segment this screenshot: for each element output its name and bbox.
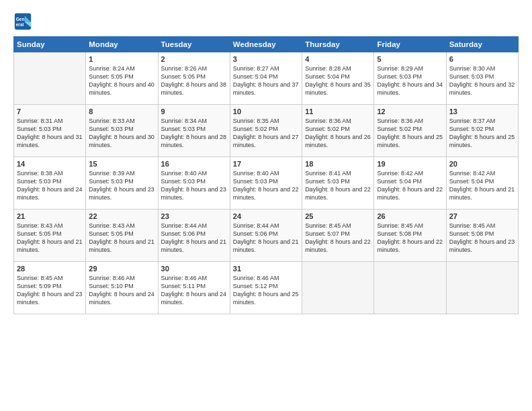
day-number: 16 bbox=[161, 160, 227, 168]
logo: Gen eral bbox=[13, 12, 34, 31]
day-number: 17 bbox=[233, 160, 299, 168]
calendar-cell: 12Sunrise: 8:36 AMSunset: 5:02 PMDayligh… bbox=[374, 105, 446, 157]
day-number: 2 bbox=[161, 55, 227, 63]
day-number: 30 bbox=[161, 265, 227, 273]
calendar-cell: 23Sunrise: 8:44 AMSunset: 5:06 PMDayligh… bbox=[158, 210, 230, 262]
calendar-body: 1Sunrise: 8:24 AMSunset: 5:05 PMDaylight… bbox=[14, 52, 519, 314]
day-number: 20 bbox=[449, 160, 515, 168]
cell-info: Sunrise: 8:29 AMSunset: 5:03 PMDaylight:… bbox=[377, 65, 443, 96]
calendar-cell bbox=[302, 262, 374, 314]
calendar-cell: 21Sunrise: 8:43 AMSunset: 5:05 PMDayligh… bbox=[14, 210, 86, 262]
day-number: 8 bbox=[89, 107, 154, 116]
cell-info: Sunrise: 8:41 AMSunset: 5:03 PMDaylight:… bbox=[305, 170, 371, 201]
day-number: 9 bbox=[161, 107, 227, 116]
calendar-cell: 27Sunrise: 8:45 AMSunset: 5:08 PMDayligh… bbox=[446, 210, 518, 262]
day-number: 25 bbox=[305, 212, 371, 220]
calendar-cell: 15Sunrise: 8:39 AMSunset: 5:03 PMDayligh… bbox=[86, 157, 158, 210]
calendar-cell bbox=[374, 262, 446, 314]
day-number: 21 bbox=[17, 212, 83, 220]
cell-info: Sunrise: 8:24 AMSunset: 5:05 PMDaylight:… bbox=[89, 65, 154, 96]
cell-info: Sunrise: 8:46 AMSunset: 5:11 PMDaylight:… bbox=[161, 275, 227, 306]
header: Gen eral bbox=[13, 12, 519, 31]
cell-info: Sunrise: 8:45 AMSunset: 5:08 PMDaylight:… bbox=[449, 222, 515, 253]
calendar-cell: 2Sunrise: 8:26 AMSunset: 5:05 PMDaylight… bbox=[158, 52, 230, 105]
day-number: 5 bbox=[377, 55, 443, 63]
cell-info: Sunrise: 8:46 AMSunset: 5:12 PMDaylight:… bbox=[233, 275, 299, 306]
calendar-cell: 25Sunrise: 8:45 AMSunset: 5:07 PMDayligh… bbox=[302, 210, 374, 262]
cell-info: Sunrise: 8:40 AMSunset: 5:03 PMDaylight:… bbox=[161, 170, 227, 201]
weekday-header: Thursday bbox=[302, 37, 374, 52]
calendar-cell: 1Sunrise: 8:24 AMSunset: 5:05 PMDaylight… bbox=[86, 52, 158, 105]
cell-info: Sunrise: 8:39 AMSunset: 5:03 PMDaylight:… bbox=[89, 170, 154, 201]
calendar-week-row: 1Sunrise: 8:24 AMSunset: 5:05 PMDaylight… bbox=[14, 52, 519, 105]
calendar-cell: 24Sunrise: 8:44 AMSunset: 5:06 PMDayligh… bbox=[230, 210, 302, 262]
cell-info: Sunrise: 8:34 AMSunset: 5:03 PMDaylight:… bbox=[161, 118, 227, 148]
cell-info: Sunrise: 8:35 AMSunset: 5:02 PMDaylight:… bbox=[233, 118, 299, 148]
cell-info: Sunrise: 8:27 AMSunset: 5:04 PMDaylight:… bbox=[233, 65, 299, 96]
day-number: 31 bbox=[233, 265, 299, 273]
cell-info: Sunrise: 8:44 AMSunset: 5:06 PMDaylight:… bbox=[161, 222, 227, 253]
cell-info: Sunrise: 8:38 AMSunset: 5:03 PMDaylight:… bbox=[17, 170, 83, 201]
calendar-cell: 4Sunrise: 8:28 AMSunset: 5:04 PMDaylight… bbox=[302, 52, 374, 105]
calendar-cell bbox=[14, 52, 86, 105]
calendar-cell: 5Sunrise: 8:29 AMSunset: 5:03 PMDaylight… bbox=[374, 52, 446, 105]
cell-info: Sunrise: 8:43 AMSunset: 5:05 PMDaylight:… bbox=[89, 222, 154, 253]
day-number: 26 bbox=[377, 212, 443, 220]
day-number: 7 bbox=[17, 107, 83, 116]
calendar-cell: 31Sunrise: 8:46 AMSunset: 5:12 PMDayligh… bbox=[230, 262, 302, 314]
calendar-cell: 6Sunrise: 8:30 AMSunset: 5:03 PMDaylight… bbox=[446, 52, 518, 105]
day-number: 4 bbox=[305, 55, 371, 63]
calendar-cell: 17Sunrise: 8:40 AMSunset: 5:03 PMDayligh… bbox=[230, 157, 302, 210]
day-number: 19 bbox=[377, 160, 443, 168]
calendar-cell: 11Sunrise: 8:36 AMSunset: 5:02 PMDayligh… bbox=[302, 105, 374, 157]
svg-text:eral: eral bbox=[16, 22, 24, 27]
weekday-header: Wednesday bbox=[230, 37, 302, 52]
calendar-cell: 28Sunrise: 8:45 AMSunset: 5:09 PMDayligh… bbox=[14, 262, 86, 314]
calendar-cell: 19Sunrise: 8:42 AMSunset: 5:04 PMDayligh… bbox=[374, 157, 446, 210]
calendar-cell: 20Sunrise: 8:42 AMSunset: 5:04 PMDayligh… bbox=[446, 157, 518, 210]
calendar-week-row: 28Sunrise: 8:45 AMSunset: 5:09 PMDayligh… bbox=[14, 262, 519, 314]
calendar-cell: 8Sunrise: 8:33 AMSunset: 5:03 PMDaylight… bbox=[86, 105, 158, 157]
svg-text:Gen: Gen bbox=[16, 17, 25, 21]
cell-info: Sunrise: 8:33 AMSunset: 5:03 PMDaylight:… bbox=[89, 118, 154, 148]
weekday-header: Tuesday bbox=[158, 37, 230, 52]
day-number: 13 bbox=[449, 107, 515, 116]
day-number: 29 bbox=[89, 265, 154, 273]
cell-info: Sunrise: 8:40 AMSunset: 5:03 PMDaylight:… bbox=[233, 170, 299, 201]
day-number: 11 bbox=[305, 107, 371, 116]
cell-info: Sunrise: 8:45 AMSunset: 5:08 PMDaylight:… bbox=[377, 222, 443, 253]
calendar-cell: 14Sunrise: 8:38 AMSunset: 5:03 PMDayligh… bbox=[14, 157, 86, 210]
calendar-cell: 7Sunrise: 8:31 AMSunset: 5:03 PMDaylight… bbox=[14, 105, 86, 157]
calendar-cell: 16Sunrise: 8:40 AMSunset: 5:03 PMDayligh… bbox=[158, 157, 230, 210]
weekday-header: Friday bbox=[374, 37, 446, 52]
calendar-header-row: SundayMondayTuesdayWednesdayThursdayFrid… bbox=[14, 37, 519, 52]
calendar-week-row: 7Sunrise: 8:31 AMSunset: 5:03 PMDaylight… bbox=[14, 105, 519, 157]
cell-info: Sunrise: 8:43 AMSunset: 5:05 PMDaylight:… bbox=[17, 222, 83, 253]
calendar-week-row: 14Sunrise: 8:38 AMSunset: 5:03 PMDayligh… bbox=[14, 157, 519, 210]
calendar-cell: 18Sunrise: 8:41 AMSunset: 5:03 PMDayligh… bbox=[302, 157, 374, 210]
cell-info: Sunrise: 8:31 AMSunset: 5:03 PMDaylight:… bbox=[17, 118, 83, 148]
cell-info: Sunrise: 8:42 AMSunset: 5:04 PMDaylight:… bbox=[377, 170, 443, 201]
day-number: 3 bbox=[233, 55, 299, 63]
calendar-cell: 30Sunrise: 8:46 AMSunset: 5:11 PMDayligh… bbox=[158, 262, 230, 314]
calendar-cell: 22Sunrise: 8:43 AMSunset: 5:05 PMDayligh… bbox=[86, 210, 158, 262]
calendar-cell: 13Sunrise: 8:37 AMSunset: 5:02 PMDayligh… bbox=[446, 105, 518, 157]
calendar-table: SundayMondayTuesdayWednesdayThursdayFrid… bbox=[13, 36, 519, 314]
calendar-cell: 29Sunrise: 8:46 AMSunset: 5:10 PMDayligh… bbox=[86, 262, 158, 314]
calendar-page: Gen eral SundayMondayTuesdayWednesdayThu… bbox=[0, 0, 532, 411]
cell-info: Sunrise: 8:44 AMSunset: 5:06 PMDaylight:… bbox=[233, 222, 299, 253]
day-number: 1 bbox=[89, 55, 154, 63]
day-number: 28 bbox=[17, 265, 83, 273]
day-number: 15 bbox=[89, 160, 154, 168]
weekday-header: Saturday bbox=[446, 37, 518, 52]
calendar-cell: 9Sunrise: 8:34 AMSunset: 5:03 PMDaylight… bbox=[158, 105, 230, 157]
cell-info: Sunrise: 8:42 AMSunset: 5:04 PMDaylight:… bbox=[449, 170, 515, 201]
cell-info: Sunrise: 8:26 AMSunset: 5:05 PMDaylight:… bbox=[161, 65, 227, 96]
cell-info: Sunrise: 8:46 AMSunset: 5:10 PMDaylight:… bbox=[89, 275, 154, 306]
day-number: 10 bbox=[233, 107, 299, 116]
day-number: 22 bbox=[89, 212, 154, 220]
calendar-cell bbox=[446, 262, 518, 314]
calendar-cell: 3Sunrise: 8:27 AMSunset: 5:04 PMDaylight… bbox=[230, 52, 302, 105]
weekday-header: Monday bbox=[86, 37, 158, 52]
day-number: 6 bbox=[449, 55, 515, 63]
